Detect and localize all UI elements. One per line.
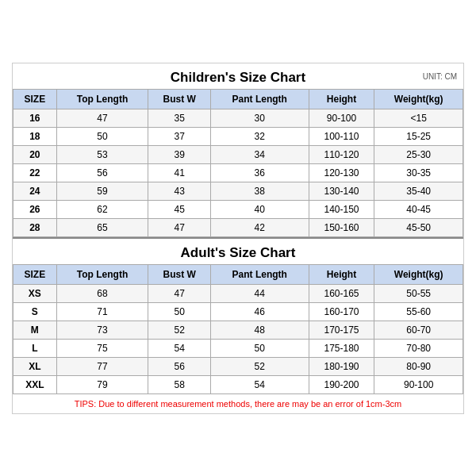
children-col-header: Top Length: [56, 89, 148, 109]
table-cell: 50: [148, 302, 210, 321]
table-cell: 45: [148, 200, 210, 218]
table-cell: 47: [56, 109, 148, 127]
table-cell: 35-40: [374, 182, 463, 200]
table-cell: 120-130: [309, 163, 374, 182]
table-cell: M: [13, 321, 57, 339]
table-cell: 59: [56, 182, 148, 200]
table-cell: 37: [148, 127, 210, 145]
table-cell: 15-25: [374, 127, 463, 145]
table-row: 26624540140-15040-45: [13, 200, 463, 218]
table-cell: 30: [210, 109, 309, 127]
tips-text: TIPS: Due to different measurement metho…: [13, 394, 463, 413]
adults-title: Adult's Size Chart: [16, 245, 460, 261]
table-row: 18503732100-11015-25: [13, 127, 463, 145]
children-col-header: Height: [309, 89, 374, 109]
table-cell: 38: [210, 182, 309, 200]
table-cell: 60-70: [374, 321, 463, 339]
table-cell: 68: [56, 284, 148, 302]
table-row: 24594338130-14035-40: [13, 182, 463, 200]
adults-section-header: Adult's Size Chart: [13, 237, 463, 264]
table-cell: 75: [56, 339, 148, 357]
table-cell: 45-50: [374, 218, 463, 236]
table-cell: S: [13, 302, 57, 321]
children-table: SIZETop LengthBust WPant LengthHeightWei…: [13, 89, 463, 237]
table-row: M735248170-17560-70: [13, 321, 463, 339]
table-cell: L: [13, 339, 57, 357]
table-cell: 52: [148, 321, 210, 339]
table-cell: 170-175: [309, 321, 374, 339]
table-row: 20533934110-12025-30: [13, 145, 463, 163]
table-cell: 34: [210, 145, 309, 163]
table-cell: 28: [13, 218, 57, 236]
table-cell: 160-170: [309, 302, 374, 321]
table-cell: 52: [210, 357, 309, 375]
table-cell: 30-35: [374, 163, 463, 182]
adults-table: SIZETop LengthBust WPant LengthHeightWei…: [13, 264, 463, 394]
table-cell: XL: [13, 357, 57, 375]
table-cell: 26: [13, 200, 57, 218]
table-cell: 73: [56, 321, 148, 339]
adults-col-header: SIZE: [13, 264, 57, 284]
table-cell: 180-190: [309, 357, 374, 375]
table-cell: 55-60: [374, 302, 463, 321]
table-cell: 79: [56, 375, 148, 393]
table-cell: 100-110: [309, 127, 374, 145]
children-col-header: Bust W: [148, 89, 210, 109]
table-cell: 65: [56, 218, 148, 236]
table-cell: 16: [13, 109, 57, 127]
table-cell: 18: [13, 127, 57, 145]
table-cell: 160-165: [309, 284, 374, 302]
table-cell: 77: [56, 357, 148, 375]
table-cell: 58: [148, 375, 210, 393]
children-title: Children's Size Chart: [16, 70, 460, 86]
table-row: 22564136120-13030-35: [13, 163, 463, 182]
adults-col-header: Pant Length: [210, 264, 309, 284]
table-cell: <15: [374, 109, 463, 127]
table-cell: 44: [210, 284, 309, 302]
table-cell: 36: [210, 163, 309, 182]
adults-col-header: Top Length: [56, 264, 148, 284]
table-cell: 140-150: [309, 200, 374, 218]
table-cell: 70-80: [374, 339, 463, 357]
table-cell: 22: [13, 163, 57, 182]
children-col-header: SIZE: [13, 89, 57, 109]
children-section-header: Children's Size Chart UNIT: CM: [13, 63, 463, 89]
table-cell: 35: [148, 109, 210, 127]
table-row: L755450175-18070-80: [13, 339, 463, 357]
adults-col-header: Height: [309, 264, 374, 284]
table-cell: 40-45: [374, 200, 463, 218]
table-row: XS684744160-16550-55: [13, 284, 463, 302]
table-cell: 43: [148, 182, 210, 200]
table-cell: 150-160: [309, 218, 374, 236]
table-cell: XXL: [13, 375, 57, 393]
table-cell: 56: [56, 163, 148, 182]
table-cell: 24: [13, 182, 57, 200]
unit-label: UNIT: CM: [423, 71, 457, 80]
table-cell: 90-100: [374, 375, 463, 393]
table-row: 1647353090-100<15: [13, 109, 463, 127]
table-cell: 46: [210, 302, 309, 321]
table-cell: 47: [148, 218, 210, 236]
table-cell: 50: [210, 339, 309, 357]
children-col-header: Weight(kg): [374, 89, 463, 109]
table-cell: 41: [148, 163, 210, 182]
table-row: XXL795854190-20090-100: [13, 375, 463, 393]
table-row: 28654742150-16045-50: [13, 218, 463, 236]
table-cell: 42: [210, 218, 309, 236]
size-chart-container: Children's Size Chart UNIT: CM SIZETop L…: [12, 63, 464, 414]
table-cell: 71: [56, 302, 148, 321]
table-cell: 20: [13, 145, 57, 163]
table-cell: XS: [13, 284, 57, 302]
table-cell: 48: [210, 321, 309, 339]
adults-col-header: Weight(kg): [374, 264, 463, 284]
table-cell: 175-180: [309, 339, 374, 357]
table-cell: 40: [210, 200, 309, 218]
table-cell: 50-55: [374, 284, 463, 302]
table-cell: 90-100: [309, 109, 374, 127]
children-col-header: Pant Length: [210, 89, 309, 109]
table-cell: 53: [56, 145, 148, 163]
adults-col-header: Bust W: [148, 264, 210, 284]
table-cell: 32: [210, 127, 309, 145]
table-cell: 54: [148, 339, 210, 357]
table-cell: 190-200: [309, 375, 374, 393]
